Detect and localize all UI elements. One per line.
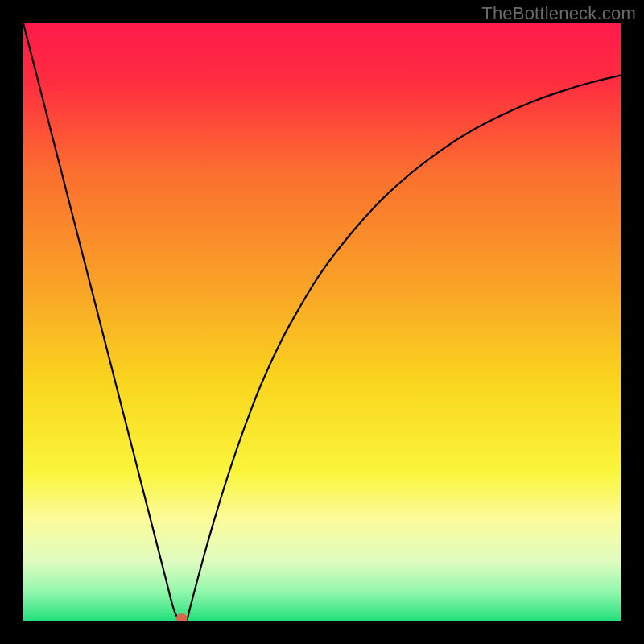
gradient-bg: [23, 23, 621, 621]
bottleneck-chart: [23, 23, 621, 621]
watermark-text: TheBottleneck.com: [481, 3, 636, 24]
chart-frame: [23, 23, 621, 621]
